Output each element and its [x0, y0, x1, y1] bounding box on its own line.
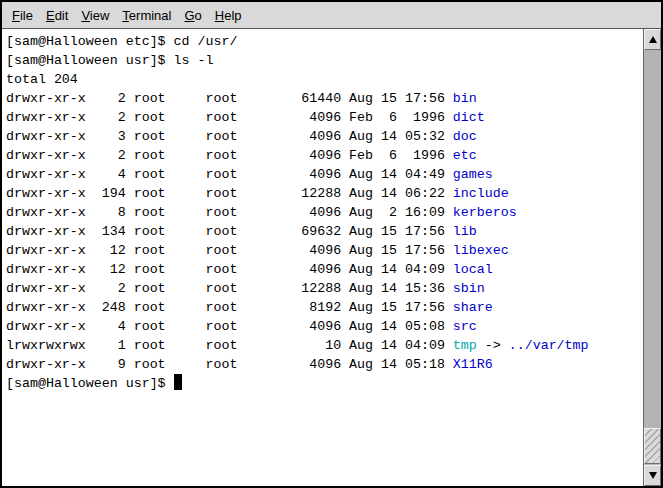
terminal-line: lrwxrwxrwx 1 root root 10 Aug 14 04:09 t… [6, 336, 643, 355]
terminal-text: drwxr-xr-x 2 root root 12288 Aug 14 15:3… [6, 281, 453, 296]
terminal-line: drwxr-xr-x 9 root root 4096 Aug 14 05:18… [6, 355, 643, 374]
down-arrow-icon [649, 472, 657, 479]
menu-terminal[interactable]: Terminal [122, 8, 171, 23]
terminal-line: drwxr-xr-x 12 root root 4096 Aug 14 04:0… [6, 260, 643, 279]
menubar: File Edit View Terminal Go Help [2, 2, 661, 29]
terminal-text: drwxr-xr-x 4 root root 4096 Aug 14 04:49 [6, 167, 453, 182]
directory-name: sbin [453, 281, 485, 296]
terminal-line: drwxr-xr-x 194 root root 12288 Aug 14 06… [6, 184, 643, 203]
scrollbar-thumb[interactable] [644, 428, 661, 464]
terminal-line: drwxr-xr-x 2 root root 12288 Aug 14 15:3… [6, 279, 643, 298]
terminal-text: drwxr-xr-x 248 root root 8192 Aug 15 17:… [6, 300, 453, 315]
directory-name: etc [453, 148, 477, 163]
menu-file-label: F [12, 8, 20, 23]
terminal-line: drwxr-xr-x 8 root root 4096 Aug 2 16:09 … [6, 203, 643, 222]
menu-file[interactable]: File [12, 8, 33, 23]
terminal-line: [sam@Halloween etc]$ cd /usr/ [6, 32, 643, 51]
terminal-text: lrwxrwxrwx 1 root root 10 Aug 14 04:09 [6, 338, 453, 353]
terminal-text: drwxr-xr-x 8 root root 4096 Aug 2 16:09 [6, 205, 453, 220]
window-content: [sam@Halloween etc]$ cd /usr/[sam@Hallow… [2, 29, 661, 486]
terminal-line: drwxr-xr-x 3 root root 4096 Aug 14 05:32… [6, 127, 643, 146]
terminal-text: [sam@Halloween usr]$ [6, 376, 174, 391]
directory-name: libexec [453, 243, 509, 258]
terminal-text: [sam@Halloween usr]$ ls -l [6, 53, 213, 68]
terminal-text: drwxr-xr-x 4 root root 4096 Aug 14 05:08 [6, 319, 453, 334]
menu-go[interactable]: Go [184, 8, 201, 23]
directory-name: src [453, 319, 477, 334]
terminal-text: -> [477, 338, 509, 353]
directory-name: ../var/tmp [509, 338, 589, 353]
up-arrow-icon [649, 36, 657, 43]
directory-name: lib [453, 224, 477, 239]
terminal-text: drwxr-xr-x 12 root root 4096 Aug 14 04:0… [6, 262, 453, 277]
directory-name: doc [453, 129, 477, 144]
directory-name: games [453, 167, 493, 182]
menu-view-label: V [81, 8, 89, 23]
menu-help[interactable]: Help [215, 8, 242, 23]
terminal-cursor [174, 374, 182, 390]
terminal-line: [sam@Halloween usr]$ [6, 374, 643, 393]
terminal-text: drwxr-xr-x 9 root root 4096 Aug 14 05:18 [6, 357, 453, 372]
terminal-line: drwxr-xr-x 4 root root 4096 Aug 14 04:49… [6, 165, 643, 184]
directory-name: X11R6 [453, 357, 493, 372]
terminal-text: drwxr-xr-x 2 root root 4096 Feb 6 1996 [6, 110, 453, 125]
menu-view[interactable]: View [81, 8, 109, 23]
terminal-text: [sam@Halloween etc]$ cd /usr/ [6, 34, 237, 49]
terminal-line: total 204 [6, 70, 643, 89]
terminal-line: [sam@Halloween usr]$ ls -l [6, 51, 643, 70]
directory-name: kerberos [453, 205, 517, 220]
terminal-text: drwxr-xr-x 194 root root 12288 Aug 14 06… [6, 186, 453, 201]
terminal-text: drwxr-xr-x 2 root root 61440 Aug 15 17:5… [6, 91, 453, 106]
scrollbar-trough[interactable] [644, 50, 661, 465]
menu-go-label: G [184, 8, 194, 23]
terminal-line: drwxr-xr-x 12 root root 4096 Aug 15 17:5… [6, 241, 643, 260]
terminal-text: drwxr-xr-x 2 root root 4096 Feb 6 1996 [6, 148, 453, 163]
scroll-up-button[interactable] [644, 29, 661, 50]
menu-help-label: H [215, 8, 224, 23]
terminal-text: total 204 [6, 72, 78, 87]
terminal-line: drwxr-xr-x 2 root root 61440 Aug 15 17:5… [6, 89, 643, 108]
terminal-text: drwxr-xr-x 3 root root 4096 Aug 14 05:32 [6, 129, 453, 144]
scrollbar [643, 29, 661, 486]
scroll-down-button[interactable] [644, 465, 661, 486]
menu-edit[interactable]: Edit [46, 8, 68, 23]
terminal-text: drwxr-xr-x 134 root root 69632 Aug 15 17… [6, 224, 453, 239]
directory-name: local [453, 262, 493, 277]
terminal-text: drwxr-xr-x 12 root root 4096 Aug 15 17:5… [6, 243, 453, 258]
terminal-line: drwxr-xr-x 2 root root 4096 Feb 6 1996 e… [6, 146, 643, 165]
directory-name: include [453, 186, 509, 201]
directory-name: share [453, 300, 493, 315]
terminal-line: drwxr-xr-x 2 root root 4096 Feb 6 1996 d… [6, 108, 643, 127]
symlink-name: tmp [453, 338, 477, 353]
terminal-line: drwxr-xr-x 134 root root 69632 Aug 15 17… [6, 222, 643, 241]
terminal-line: drwxr-xr-x 4 root root 4096 Aug 14 05:08… [6, 317, 643, 336]
terminal-window: File Edit View Terminal Go Help [sam@Hal… [0, 0, 663, 488]
directory-name: dict [453, 110, 485, 125]
directory-name: bin [453, 91, 477, 106]
terminal-line: drwxr-xr-x 248 root root 8192 Aug 15 17:… [6, 298, 643, 317]
terminal-screen[interactable]: [sam@Halloween etc]$ cd /usr/[sam@Hallow… [2, 29, 643, 486]
menu-edit-label: E [46, 8, 55, 23]
